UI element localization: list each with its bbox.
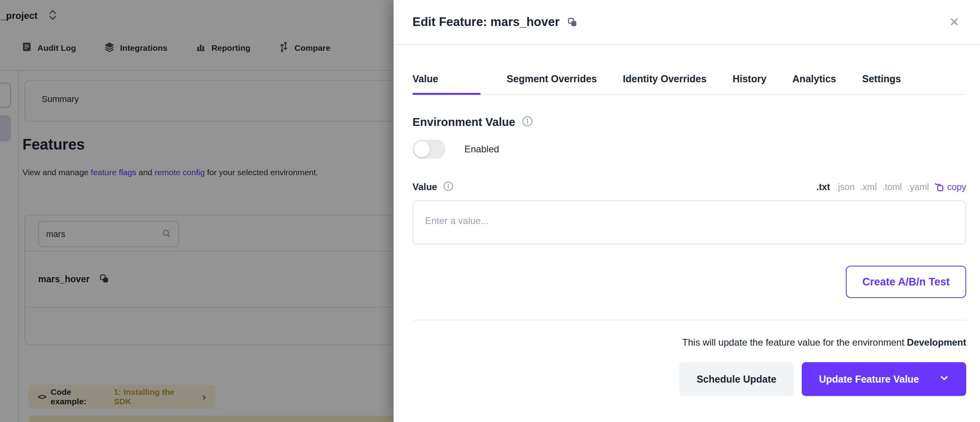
abtest-row: Create A/B/n Test — [412, 266, 966, 298]
panel-header: Edit Feature: mars_hover ✕ — [394, 0, 980, 45]
footer-buttons: Schedule Update Update Feature Value — [412, 362, 966, 396]
close-icon[interactable]: ✕ — [947, 13, 962, 31]
value-input[interactable] — [412, 200, 966, 244]
toggle-knob — [414, 141, 430, 157]
environment-value-title: Environment Value — [412, 116, 515, 129]
copy-value-button[interactable]: copy — [934, 182, 966, 192]
chevron-down-icon — [939, 373, 949, 385]
footer-divider — [412, 320, 966, 320]
info-icon[interactable] — [443, 181, 454, 193]
format-toml[interactable]: .toml — [882, 182, 902, 192]
environment-name: Development — [907, 337, 966, 348]
create-ab-test-button[interactable]: Create A/B/n Test — [846, 266, 966, 298]
screen: _project Audit Log Integrations — [0, 0, 980, 422]
tab-settings[interactable]: Settings — [862, 73, 901, 94]
panel-body: Environment Value Enabled Value — [394, 115, 980, 396]
value-row: Value .txt .json .xml .toml .yaml copy — [412, 181, 966, 193]
info-icon[interactable] — [521, 115, 533, 129]
toggle-label: Enabled — [464, 144, 499, 155]
panel-title: Edit Feature: mars_hover — [412, 15, 560, 29]
environment-value-heading: Environment Value — [412, 115, 966, 129]
format-yaml[interactable]: .yaml — [907, 182, 929, 192]
footer-notice: This will update the feature value for t… — [412, 337, 966, 348]
format-switcher: .txt .json .xml .toml .yaml copy — [816, 182, 966, 192]
tab-history[interactable]: History — [732, 73, 766, 94]
update-feature-value-button[interactable]: Update Feature Value — [802, 362, 966, 396]
edit-feature-panel: Edit Feature: mars_hover ✕ Value Segment… — [394, 0, 980, 422]
update-button-label: Update Feature Value — [819, 374, 919, 385]
format-xml[interactable]: .xml — [860, 182, 876, 192]
tab-value[interactable]: Value — [412, 73, 481, 94]
enabled-toggle-row: Enabled — [412, 140, 966, 159]
format-txt[interactable]: .txt — [816, 182, 830, 192]
copy-label: copy — [947, 182, 966, 192]
enabled-toggle[interactable] — [412, 140, 446, 159]
notice-text: This will update the feature value for t… — [682, 337, 907, 348]
tab-analytics[interactable]: Analytics — [792, 73, 836, 94]
schedule-update-button[interactable]: Schedule Update — [679, 362, 794, 396]
value-label-wrap: Value — [412, 181, 454, 193]
tab-segment-overrides[interactable]: Segment Overrides — [507, 73, 597, 94]
value-label: Value — [412, 181, 437, 192]
panel-tabs: Value Segment Overrides Identity Overrid… — [412, 45, 966, 95]
copy-icon[interactable] — [568, 17, 577, 29]
tab-identity-overrides[interactable]: Identity Overrides — [623, 73, 707, 94]
format-json[interactable]: .json — [836, 182, 855, 192]
